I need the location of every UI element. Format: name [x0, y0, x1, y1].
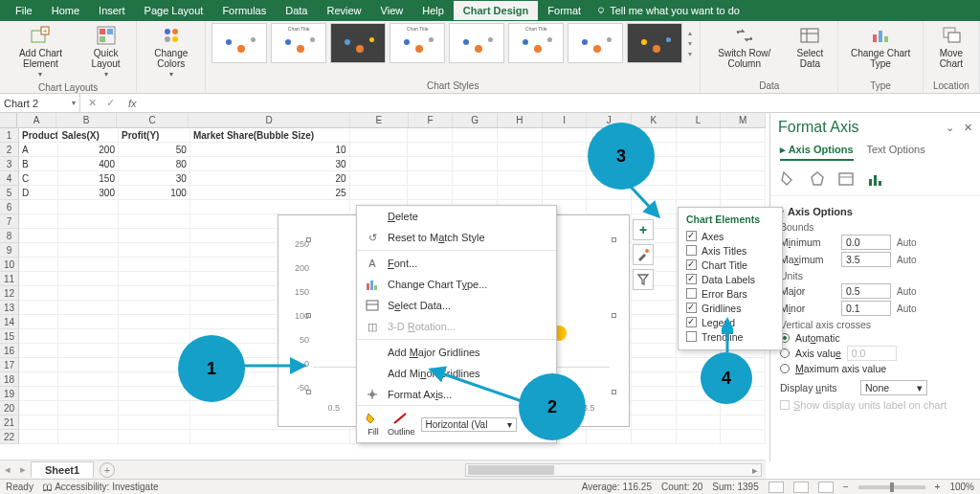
chart-style-6[interactable]: Chart Title — [508, 23, 564, 63]
cell-B13[interactable] — [58, 301, 119, 315]
cell-A12[interactable] — [19, 286, 58, 301]
pane-options-chevron[interactable]: ⌄ — [946, 122, 954, 134]
chart-styles-more[interactable]: ▴▾▾ — [686, 23, 694, 63]
cell-A5[interactable]: D — [19, 186, 58, 200]
cell-L20[interactable] — [677, 401, 722, 415]
change-colors-button[interactable]: Change Colors▾ — [143, 23, 199, 81]
row-header-19[interactable]: 19 — [0, 387, 19, 401]
horizontal-scrollbar[interactable]: ◂▸ — [465, 463, 762, 477]
cell-C11[interactable] — [119, 272, 190, 286]
cell-C3[interactable]: 80 — [119, 157, 190, 171]
row-header-20[interactable]: 20 — [0, 401, 19, 415]
cell-A3[interactable]: B — [19, 157, 58, 171]
tab-view[interactable]: View — [371, 1, 413, 20]
cell-K13[interactable] — [632, 301, 677, 315]
pane-section-axis-options[interactable]: Axis Options — [780, 206, 974, 217]
radio-automatic[interactable]: Automatic — [780, 332, 974, 344]
cell-D22[interactable] — [190, 430, 350, 444]
cell-A13[interactable] — [19, 301, 58, 315]
cell-J22[interactable] — [587, 430, 632, 444]
tab-page-layout[interactable]: Page Layout — [135, 1, 213, 20]
cell-C19[interactable] — [119, 387, 190, 401]
radio-axis-value[interactable]: Axis value0.0 — [780, 346, 974, 361]
cell-K17[interactable] — [632, 358, 677, 372]
units-major-input[interactable]: 0.5 — [841, 283, 891, 299]
cell-B2[interactable]: 200 — [58, 143, 119, 157]
cell-M21[interactable] — [721, 415, 766, 430]
col-header-F[interactable]: F — [409, 113, 454, 127]
col-header-M[interactable]: M — [721, 113, 766, 127]
chart-styles-button[interactable] — [633, 244, 654, 265]
chart-style-1[interactable] — [212, 23, 267, 63]
chart-style-3[interactable] — [330, 23, 386, 63]
cell-C4[interactable]: 30 — [119, 171, 190, 186]
tab-chart-design[interactable]: Chart Design — [454, 1, 538, 20]
add-sheet-button[interactable]: + — [100, 462, 115, 478]
cell-D3[interactable]: 30 — [190, 157, 350, 171]
cell-M22[interactable] — [721, 430, 766, 444]
sheet-nav-prev[interactable]: ◂ — [0, 463, 15, 476]
cell-H2[interactable] — [498, 143, 543, 157]
cell-I3[interactable] — [543, 157, 588, 171]
chart-style-2[interactable]: Chart Title — [271, 23, 326, 63]
cell-D2[interactable]: 10 — [190, 143, 350, 157]
cell-C14[interactable] — [119, 315, 190, 329]
row-header-6[interactable]: 6 — [0, 200, 19, 214]
chart-elements-gridlines[interactable]: Gridlines — [686, 301, 774, 315]
row-header-13[interactable]: 13 — [0, 301, 19, 315]
row-header-22[interactable]: 22 — [0, 430, 19, 444]
cell-B10[interactable] — [58, 258, 119, 272]
cell-C7[interactable] — [119, 214, 190, 229]
cell-B17[interactable] — [58, 358, 119, 372]
cell-D6[interactable] — [190, 200, 350, 214]
cell-E3[interactable] — [350, 157, 409, 171]
bounds-maximum-input[interactable]: 3.5 — [841, 252, 891, 267]
cell-D1[interactable]: Market Share(Bubble Size) — [190, 128, 350, 143]
chart-filters-button[interactable] — [633, 269, 654, 290]
tab-insert[interactable]: Insert — [89, 1, 135, 20]
cell-A8[interactable] — [19, 229, 58, 243]
cell-K20[interactable] — [632, 401, 677, 415]
cell-A22[interactable] — [19, 430, 58, 444]
row-header-18[interactable]: 18 — [0, 372, 19, 387]
ctx-outline-button[interactable]: Outline — [388, 412, 415, 437]
cell-H3[interactable] — [498, 157, 543, 171]
cell-B14[interactable] — [58, 315, 119, 329]
cell-L1[interactable] — [677, 128, 722, 143]
name-box[interactable]: Chart 2▾ — [0, 94, 80, 112]
tab-home[interactable]: Home — [42, 1, 89, 20]
row-header-14[interactable]: 14 — [0, 315, 19, 329]
cell-H5[interactable] — [498, 186, 543, 200]
cell-B22[interactable] — [58, 430, 119, 444]
sheet-nav-next[interactable]: ▸ — [15, 463, 31, 476]
cell-C12[interactable] — [119, 286, 190, 301]
cell-B3[interactable]: 400 — [58, 157, 119, 171]
chart-elements-data-labels[interactable]: Data Labels — [686, 272, 774, 286]
cell-L21[interactable] — [677, 415, 722, 430]
cell-B7[interactable] — [58, 214, 119, 229]
row-header-11[interactable]: 11 — [0, 272, 19, 286]
ctx-reset[interactable]: ↺Reset to Match Style — [357, 227, 556, 248]
cell-C10[interactable] — [119, 258, 190, 272]
cell-B19[interactable] — [58, 387, 119, 401]
ctx-font[interactable]: AFont... — [357, 253, 556, 274]
cell-K21[interactable] — [632, 415, 677, 430]
cell-A4[interactable]: C — [19, 171, 58, 186]
fill-line-icon[interactable] — [780, 170, 797, 188]
cell-G2[interactable] — [453, 143, 498, 157]
cell-F5[interactable] — [408, 186, 453, 200]
cell-D5[interactable]: 25 — [190, 186, 350, 200]
ctx-delete[interactable]: Delete — [357, 206, 556, 227]
tab-data[interactable]: Data — [276, 1, 317, 20]
cell-B5[interactable]: 300 — [58, 186, 119, 200]
chart-elements-error-bars[interactable]: Error Bars — [686, 286, 774, 301]
size-properties-icon[interactable] — [837, 170, 855, 188]
chart-elements-axes[interactable]: Axes — [686, 229, 774, 243]
cell-L5[interactable] — [677, 186, 722, 200]
cell-B11[interactable] — [58, 272, 119, 286]
cell-K14[interactable] — [632, 315, 677, 329]
row-header-8[interactable]: 8 — [0, 229, 19, 243]
cell-M4[interactable] — [721, 171, 766, 186]
cell-G5[interactable] — [453, 186, 498, 200]
chart-elements-axis-titles[interactable]: Axis Titles — [686, 243, 774, 258]
